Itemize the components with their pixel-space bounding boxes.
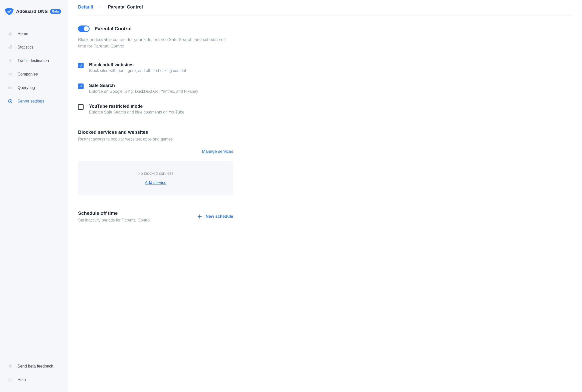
option-desc: Block sites with porn, gore, and other s… [89,68,186,73]
adguard-logo-icon [5,8,14,15]
new-schedule-label: New schedule [206,214,233,219]
section-title: Parental Control [95,26,132,32]
main-content: Default → Parental Control Parental Cont… [68,0,582,392]
beta-badge: Beta [50,9,61,14]
option-block-adult: Block adult websites Block sites with po… [78,62,233,73]
option-list: Block adult websites Block sites with po… [78,62,233,114]
checkbox-safe-search[interactable] [78,84,84,89]
brand-text: AdGuard DNS [16,9,48,14]
new-schedule-button[interactable]: New schedule [197,214,233,219]
breadcrumb-current: Parental Control [108,4,143,10]
add-service-link[interactable]: Add service [145,180,166,185]
schedule-section: Schedule off time Set inactivity periods… [78,210,233,222]
svg-point-3 [10,101,11,102]
option-desc: Enforce Safe Search and hide comments on… [89,110,184,114]
section-description: Block undesirable content for your kids,… [78,36,233,50]
toggle-knob [84,26,89,31]
gear-icon [8,98,13,104]
sidebar-item-label: Companies [18,72,38,76]
sidebar-item-label: Traffic destination [18,58,49,63]
sidebar-item-traffic[interactable]: Traffic destination [3,54,66,67]
svg-rect-1 [9,74,12,76]
sidebar-item-label: Send beta feedback [18,364,53,368]
blocked-services-empty: No blocked services Add service [78,161,233,196]
home-icon [8,31,13,36]
empty-text: No blocked services [83,171,228,176]
sidebar-item-label: Server settings [18,99,44,104]
option-title: Safe Search [89,83,198,88]
piechart-icon [8,44,13,50]
plus-icon [197,214,202,219]
blocked-services-desc: Restrict access to popular websites, app… [78,137,233,142]
help-icon [8,377,13,382]
sidebar-item-statistics[interactable]: Statistics [3,41,66,54]
sidebar-item-server-settings[interactable]: Server settings [3,95,66,108]
option-title: Block adult websites [89,62,186,68]
sidebar-item-companies[interactable]: Companies [3,68,66,80]
schedule-desc: Set inactivity periods for Parental Cont… [78,218,192,222]
option-title: YouTube restricted mode [89,104,184,109]
stack-icon [8,72,13,77]
sidebar-item-label: Help [18,378,26,382]
manage-services-row: Manage services [78,149,233,154]
sidebar-nav: Home Statistics Traffic destination Comp… [0,28,68,360]
option-desc: Enforce on Google, Bing, DuckDuckGo, Yan… [89,89,198,94]
sidebar-item-label: Query log [18,86,35,90]
checkbox-youtube-restricted[interactable] [78,104,84,110]
pin-icon [8,58,13,64]
arrow-right-icon: → [98,4,103,10]
option-youtube-restricted: YouTube restricted mode Enforce Safe Sea… [78,104,233,114]
brand-logo: AdGuard DNS Beta [0,6,68,20]
option-safe-search: Safe Search Enforce on Google, Bing, Duc… [78,83,233,94]
parental-control-section: Parental Control Block undesirable conte… [78,26,233,222]
sidebar-item-querylog[interactable]: Query log [3,82,66,94]
breadcrumb-root[interactable]: Default [78,4,93,10]
sidebar-item-help[interactable]: Help [3,374,66,386]
sidebar-item-label: Statistics [18,45,34,50]
svg-point-4 [9,364,12,368]
sidebar: AdGuard DNS Beta Home Statistics Traffic… [0,0,68,392]
svg-point-6 [10,379,11,380]
chat-icon [8,364,13,369]
breadcrumb: Default → Parental Control [78,0,572,16]
manage-services-link[interactable]: Manage services [202,149,233,154]
sidebar-item-label: Home [18,32,28,36]
folder-icon [8,85,13,90]
sidebar-footer: Send beta feedback Help [0,360,68,386]
sidebar-item-home[interactable]: Home [3,28,66,40]
svg-rect-0 [9,73,12,74]
parental-control-toggle[interactable] [78,26,90,32]
sidebar-item-feedback[interactable]: Send beta feedback [3,360,66,372]
checkbox-block-adult[interactable] [78,63,84,68]
schedule-title: Schedule off time [78,210,192,216]
blocked-services-title: Blocked services and websites [78,130,233,135]
section-header: Parental Control [78,26,233,32]
